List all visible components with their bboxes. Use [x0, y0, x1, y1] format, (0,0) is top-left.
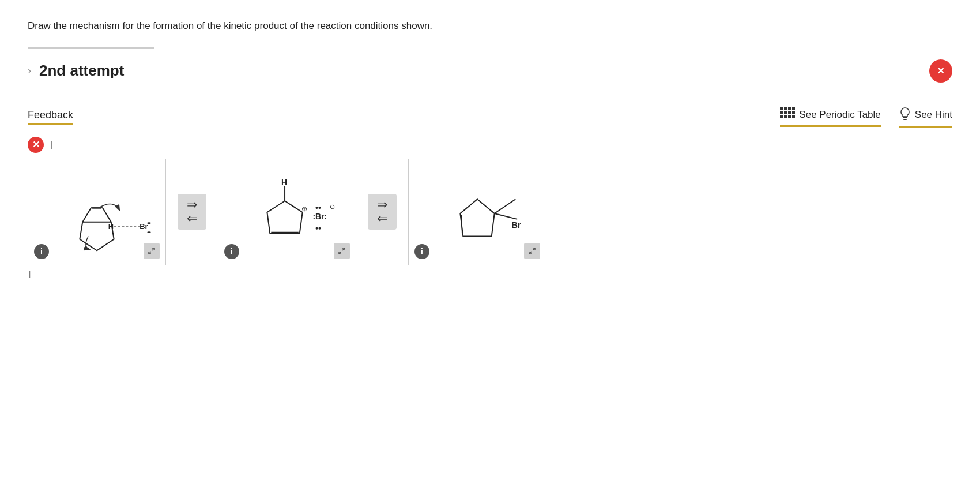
arrow-forward: ⇒ [187, 198, 197, 211]
svg-text::Br:: :Br: [313, 211, 327, 220]
molecule-1-info-button[interactable]: i [34, 244, 49, 259]
svg-rect-11 [792, 115, 795, 118]
hint-label: See Hint [915, 109, 952, 121]
svg-rect-8 [780, 115, 783, 118]
svg-rect-5 [784, 111, 787, 114]
svg-point-37 [315, 227, 318, 229]
svg-point-24 [148, 231, 149, 233]
svg-line-15 [82, 208, 91, 222]
expand-icon-3 [528, 247, 536, 255]
svg-text:Br: Br [511, 220, 521, 229]
molecule-3-info-button[interactable]: i [414, 244, 429, 259]
svg-text:H: H [108, 222, 114, 230]
svg-line-45 [495, 213, 518, 219]
attempt-content: ✕ | [28, 137, 952, 278]
svg-point-36 [318, 207, 321, 209]
molecule-1-expand-button[interactable] [144, 243, 160, 259]
svg-rect-12 [903, 117, 907, 118]
svg-point-35 [315, 207, 318, 209]
question-text: Draw the mechanism for the formation of … [28, 18, 952, 33]
svg-rect-6 [788, 111, 791, 114]
svg-rect-4 [780, 111, 783, 114]
svg-rect-3 [792, 107, 795, 110]
molecules-row: H Br i [28, 159, 952, 265]
error-x-symbol: ✕ [32, 139, 40, 150]
svg-rect-0 [780, 107, 783, 110]
expand-icon-2 [338, 247, 346, 255]
molecule-box-3: Br i [408, 159, 546, 265]
svg-point-22 [148, 222, 149, 224]
molecule-2-expand-button[interactable] [334, 243, 350, 259]
svg-rect-2 [788, 107, 791, 110]
molecule-box-1: H Br i [28, 159, 166, 265]
svg-rect-1 [784, 107, 787, 110]
error-row: ✕ | [28, 137, 952, 153]
attempt-title: 2nd attempt [39, 62, 124, 80]
bottom-marker: | [29, 269, 952, 278]
svg-marker-31 [267, 201, 302, 233]
double-arrow-icon-1: ⇒ ⇐ [178, 194, 206, 230]
svg-rect-9 [784, 115, 787, 118]
svg-rect-7 [792, 111, 795, 114]
molecule-2-info-button[interactable]: i [224, 244, 239, 259]
error-circle-icon: ✕ [28, 137, 44, 153]
collapse-chevron-icon[interactable]: › [28, 65, 31, 77]
svg-rect-13 [903, 119, 907, 120]
close-attempt-button[interactable]: × [929, 59, 952, 83]
expand-icon [148, 247, 156, 255]
svg-text:Br: Br [140, 222, 148, 230]
pipe-separator: | [51, 140, 53, 149]
feedback-button[interactable]: Feedback [28, 109, 73, 125]
see-periodic-table-button[interactable]: See Periodic Table [780, 107, 880, 127]
svg-line-43 [461, 214, 462, 234]
periodic-table-label: See Periodic Table [799, 109, 880, 121]
arrow-backward: ⇐ [187, 212, 197, 225]
attempt-header: › 2nd attempt × [28, 49, 952, 88]
molecule-box-2: H ⊕ :Br: [218, 159, 356, 265]
svg-line-16 [103, 208, 111, 222]
molecule-3-expand-button[interactable] [524, 243, 540, 259]
close-x-icon: × [937, 64, 944, 77]
periodic-table-icon [780, 107, 795, 123]
svg-point-38 [318, 227, 321, 229]
svg-text:H: H [281, 177, 287, 186]
see-hint-button[interactable]: See Hint [899, 107, 952, 128]
svg-marker-42 [460, 199, 494, 236]
right-tools: See Periodic Table See Hint [780, 107, 952, 128]
reaction-arrow-1: ⇒ ⇐ [166, 159, 218, 265]
double-arrow-icon-2: ⇒ ⇐ [368, 194, 397, 230]
toolbar-row: Feedback [28, 107, 952, 128]
svg-text:⊕: ⊕ [301, 205, 307, 213]
svg-point-23 [149, 222, 151, 224]
svg-text:⊖: ⊖ [330, 203, 335, 210]
svg-point-25 [149, 231, 151, 233]
reaction-arrow-2: ⇒ ⇐ [356, 159, 408, 265]
attempt-left: › 2nd attempt [28, 62, 124, 80]
svg-rect-10 [788, 115, 791, 118]
svg-line-44 [495, 199, 516, 213]
hint-lightbulb-icon [899, 107, 911, 123]
arrow-forward-2: ⇒ [377, 198, 387, 211]
arrow-backward-2: ⇐ [377, 212, 387, 225]
